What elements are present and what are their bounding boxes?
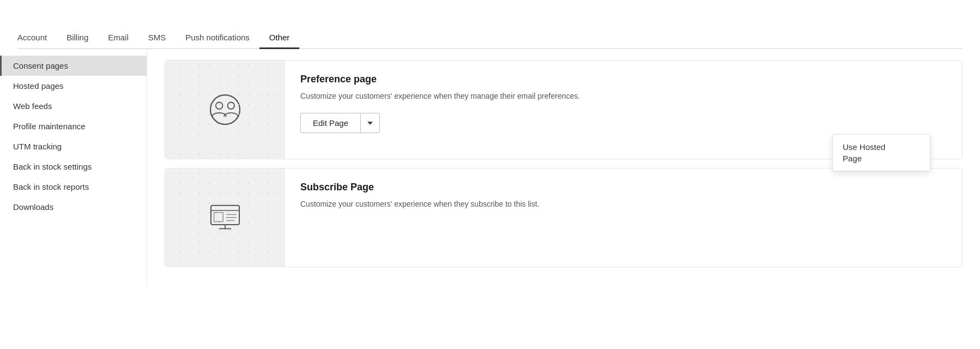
nav-tabs: AccountBillingEmailSMSPush notifications… xyxy=(17,27,963,49)
sidebar: Consent pagesHosted pagesWeb feedsProfil… xyxy=(0,49,147,287)
main-layout: Consent pagesHosted pagesWeb feedsProfil… xyxy=(0,49,980,287)
subscribe-page-title: Subscribe Page xyxy=(300,182,947,193)
nav-tab-billing[interactable]: Billing xyxy=(57,27,98,49)
thumbnail-dots xyxy=(165,61,285,159)
subscribe-page-body: Subscribe Page Customize your customers'… xyxy=(285,169,962,267)
nav-tab-other[interactable]: Other xyxy=(259,27,300,49)
dropdown-toggle-button[interactable] xyxy=(360,113,380,133)
preference-page-thumbnail xyxy=(165,61,285,159)
edit-page-button[interactable]: Edit Page xyxy=(300,113,360,133)
preference-page-card: Preference page Customize your customers… xyxy=(165,60,963,159)
edit-page-button-group: Edit Page Use HostedPage xyxy=(300,113,947,133)
sidebar-item-consent-pages[interactable]: Consent pages xyxy=(0,56,147,76)
nav-tab-email[interactable]: Email xyxy=(98,27,138,49)
preference-page-body: Preference page Customize your customers… xyxy=(285,61,962,159)
subscribe-page-card: Subscribe Page Customize your customers'… xyxy=(165,168,963,267)
use-hosted-page-item[interactable]: Use HostedPage xyxy=(833,135,930,171)
thumbnail-dots-2 xyxy=(165,169,285,267)
caret-down-icon xyxy=(367,122,373,125)
sidebar-item-profile-maintenance[interactable]: Profile maintenance xyxy=(0,116,147,136)
page-header: AccountBillingEmailSMSPush notifications… xyxy=(0,0,980,49)
nav-tab-push-notifications[interactable]: Push notifications xyxy=(176,27,259,49)
sidebar-item-back-in-stock-reports[interactable]: Back in stock reports xyxy=(0,177,147,197)
sidebar-item-hosted-pages[interactable]: Hosted pages xyxy=(0,76,147,96)
subscribe-page-description: Customize your customers' experience whe… xyxy=(300,198,606,210)
nav-tab-sms[interactable]: SMS xyxy=(138,27,176,49)
preference-page-description: Customize your customers' experience whe… xyxy=(300,91,606,102)
sidebar-item-back-in-stock-settings[interactable]: Back in stock settings xyxy=(0,157,147,177)
sidebar-item-downloads[interactable]: Downloads xyxy=(0,197,147,217)
content-area: Preference page Customize your customers… xyxy=(147,49,980,287)
preference-page-title: Preference page xyxy=(300,74,947,85)
sidebar-item-web-feeds[interactable]: Web feeds xyxy=(0,96,147,116)
subscribe-page-thumbnail xyxy=(165,169,285,267)
sidebar-item-utm-tracking[interactable]: UTM tracking xyxy=(0,136,147,157)
nav-tab-account[interactable]: Account xyxy=(17,27,57,49)
dropdown-menu: Use HostedPage xyxy=(832,134,930,171)
